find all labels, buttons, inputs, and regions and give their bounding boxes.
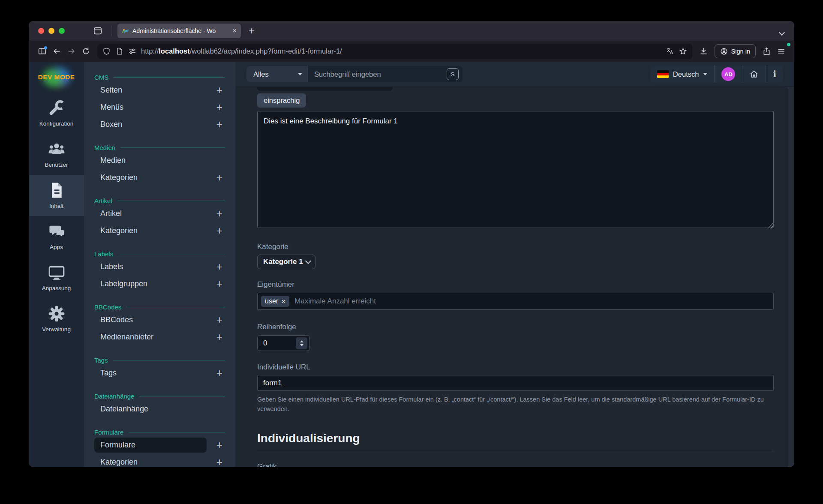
individuelle-url-label: Individuelle URL xyxy=(257,363,774,372)
translate-icon[interactable] xyxy=(666,47,674,55)
rail-item-benutzer[interactable]: Benutzer xyxy=(29,134,84,175)
remove-chip-icon[interactable]: × xyxy=(281,298,285,305)
step-down-icon[interactable] xyxy=(300,344,303,346)
owner-placeholder: Maximale Anzahl erreicht xyxy=(294,297,376,306)
language-select[interactable]: Deutsch xyxy=(650,66,715,83)
add-icon[interactable]: + xyxy=(216,279,222,289)
description-textarea[interactable] xyxy=(257,111,774,228)
rail-item-inhalt[interactable]: Inhalt xyxy=(29,175,84,216)
sidebar-item-formulare-kategorien[interactable]: Kategorien + xyxy=(94,453,225,467)
tab-title: Administrationsoberfläche - Wo xyxy=(132,27,229,34)
add-icon[interactable]: + xyxy=(216,457,222,468)
add-icon[interactable]: + xyxy=(216,208,222,219)
chevron-down-icon xyxy=(703,73,707,75)
page-scrollbar[interactable] xyxy=(788,87,794,467)
firefox-view-icon[interactable] xyxy=(90,24,105,37)
sidebar-item-formulare[interactable]: Formulare + xyxy=(94,436,225,453)
forward-button[interactable] xyxy=(64,44,78,59)
acp-search[interactable]: Alles S xyxy=(246,66,463,82)
sidebar-item-bbcodes[interactable]: BBCodes + xyxy=(94,311,225,328)
eigentuemer-label: Eigentümer xyxy=(257,280,774,289)
main-nav-rail: DEV MODE Konfiguration Benutzer xyxy=(29,62,84,467)
url-bar[interactable]: http://localhost/woltlab62/acp/index.php… xyxy=(97,44,692,59)
owner-chip[interactable]: user × xyxy=(261,296,289,307)
notification-dot xyxy=(44,46,47,49)
number-stepper[interactable] xyxy=(296,337,307,349)
sidebar-item-boxen[interactable]: Boxen + xyxy=(94,116,225,133)
reihenfolge-field[interactable] xyxy=(257,335,310,351)
minimize-window-button[interactable] xyxy=(48,28,54,34)
rail-item-apps[interactable]: Apps xyxy=(29,216,84,257)
rail-item-konfiguration[interactable]: Konfiguration xyxy=(29,93,84,134)
avatar[interactable]: AD xyxy=(721,67,735,81)
add-icon[interactable]: + xyxy=(216,440,222,450)
shield-icon[interactable] xyxy=(102,47,111,55)
add-icon[interactable]: + xyxy=(216,225,222,236)
description-field-wrap xyxy=(257,111,774,230)
sidebar-item-artikel-kategorien[interactable]: Kategorien + xyxy=(94,222,225,239)
tab-list-chevron-icon[interactable] xyxy=(780,29,784,36)
url-text[interactable]: http://localhost/woltlab62/acp/index.php… xyxy=(141,47,661,55)
add-icon[interactable]: + xyxy=(216,315,222,325)
sidebar-item-tags[interactable]: Tags + xyxy=(94,364,225,381)
step-up-icon[interactable] xyxy=(300,340,303,342)
frontend-home-button[interactable] xyxy=(742,66,766,83)
menu-hamburger-icon[interactable] xyxy=(774,44,788,59)
sidebar-section-artikel: Artikel xyxy=(94,196,225,205)
sidebar-section-medien: Medien xyxy=(94,143,225,152)
browser-tab[interactable]: Administrationsoberfläche - Wo × xyxy=(117,24,241,38)
sidebar-item-artikel[interactable]: Artikel + xyxy=(94,205,225,222)
add-icon[interactable]: + xyxy=(216,332,222,342)
add-icon[interactable]: + xyxy=(216,368,222,378)
sidebar-item-medien-kategorien[interactable]: Kategorien + xyxy=(94,169,225,186)
kategorie-select[interactable]: Kategorie 1 xyxy=(257,255,315,269)
info-button[interactable]: i xyxy=(766,66,783,83)
add-icon[interactable]: + xyxy=(216,261,222,272)
reihenfolge-input[interactable] xyxy=(258,339,289,348)
sidebar-item-medien[interactable]: Medien xyxy=(94,152,225,169)
owner-token-input[interactable]: user × Maximale Anzahl erreicht xyxy=(257,293,774,310)
zoom-window-button[interactable] xyxy=(59,28,65,34)
share-icon[interactable] xyxy=(759,44,774,59)
reload-button[interactable] xyxy=(78,44,93,59)
permissions-toggles-icon[interactable] xyxy=(128,47,136,55)
url-help-text: Geben Sie einen individuellen URL-Pfad f… xyxy=(257,395,774,414)
comments-icon xyxy=(48,223,65,240)
titlebar-separator xyxy=(111,26,111,36)
sidebar-item-medienanbieter[interactable]: Medienanbieter + xyxy=(94,328,225,345)
chevron-down-icon xyxy=(298,73,302,75)
page-info-icon[interactable] xyxy=(115,47,123,55)
add-icon[interactable]: + xyxy=(216,102,222,113)
close-window-button[interactable] xyxy=(38,28,44,34)
add-icon[interactable]: + xyxy=(216,85,222,96)
reihenfolge-label: Reihenfolge xyxy=(257,323,774,331)
macos-window-controls xyxy=(38,28,65,34)
sidebar-item-menues[interactable]: Menüs + xyxy=(94,99,225,116)
german-flag-icon xyxy=(657,70,669,78)
sidebar-item-labels[interactable]: Labels + xyxy=(94,258,225,275)
sidebar-toggle-icon[interactable] xyxy=(35,44,49,59)
individuelle-url-input[interactable] xyxy=(257,375,774,391)
sidebar-item-seiten[interactable]: Seiten + xyxy=(94,81,225,99)
new-tab-button[interactable]: + xyxy=(249,25,255,37)
back-button[interactable] xyxy=(49,44,64,59)
rail-item-anpassung[interactable]: Anpassung xyxy=(29,257,84,298)
individualisierung-heading: Individualisierung xyxy=(257,432,774,445)
search-input[interactable] xyxy=(308,70,447,78)
add-icon[interactable]: + xyxy=(216,172,222,183)
sidebar-section-dateianhaenge: Dateianhänge xyxy=(94,392,225,400)
account-icon xyxy=(720,48,728,55)
search-scope-select[interactable]: Alles xyxy=(246,66,308,82)
user-menu[interactable]: AD xyxy=(714,66,742,83)
sidebar-item-dateianhaenge[interactable]: Dateianhänge xyxy=(94,400,225,417)
sidebar-item-labelgruppen[interactable]: Labelgruppen + xyxy=(94,275,225,292)
acp-header-bar: Alles S Deutsch AD xyxy=(235,62,794,87)
signin-button[interactable]: Sign in xyxy=(715,44,756,58)
chevron-down-icon xyxy=(305,258,311,264)
tab-close-icon[interactable]: × xyxy=(233,27,237,34)
rail-item-verwaltung[interactable]: Verwaltung xyxy=(29,298,84,339)
bookmark-star-icon[interactable] xyxy=(679,47,687,55)
add-icon[interactable]: + xyxy=(216,119,222,130)
signin-label: Sign in xyxy=(731,48,750,55)
downloads-icon[interactable] xyxy=(697,44,711,59)
